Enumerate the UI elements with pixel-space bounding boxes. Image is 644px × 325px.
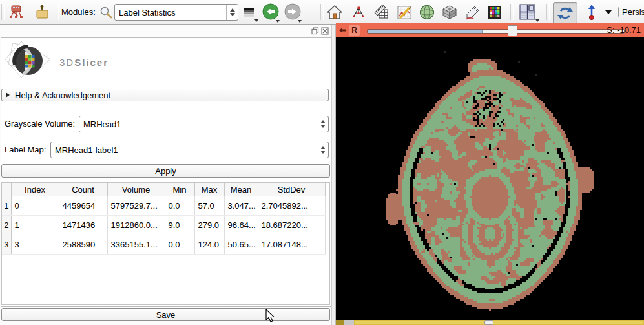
scene-views-button[interactable] xyxy=(349,3,368,22)
cell-count[interactable]: 1471436 xyxy=(59,216,107,235)
cell-stddev[interactable]: 17.087148... xyxy=(258,235,325,255)
mrml-scene-icon xyxy=(8,4,25,21)
cell-max[interactable]: 57.0 xyxy=(194,196,224,216)
yellow-slice-controller-bar xyxy=(336,320,644,325)
col-header-stddev[interactable]: StdDev xyxy=(258,183,325,196)
volumes-button[interactable] xyxy=(440,3,459,22)
measurements-button[interactable] xyxy=(372,3,391,22)
cell-mean[interactable]: 3.047... xyxy=(224,196,258,216)
volume-rendering-button[interactable] xyxy=(417,3,437,22)
panel-splitter[interactable] xyxy=(331,25,336,325)
table-header-row[interactable]: Index Count Volume Min Max Mean StdDev xyxy=(2,183,325,196)
back-icon xyxy=(262,3,280,21)
rotate-mode-button[interactable] xyxy=(553,2,577,24)
cell-min[interactable]: 0.0 xyxy=(165,235,194,255)
module-selector-value: Label Statistics xyxy=(115,8,226,17)
col-header-min[interactable]: Min xyxy=(165,183,194,196)
cell-stddev[interactable]: 2.7045892... xyxy=(258,196,325,216)
cell-max[interactable]: 124.0 xyxy=(194,235,224,255)
cell-max[interactable]: 279.0 xyxy=(194,216,224,235)
mouse-cursor xyxy=(265,309,275,323)
mrml-scene-button[interactable] xyxy=(6,3,26,22)
row-header: 1 xyxy=(2,196,11,216)
layout-selector-button[interactable] xyxy=(515,3,540,22)
module-search-icon xyxy=(99,6,112,19)
forward-button[interactable] xyxy=(283,3,302,22)
module-selector[interactable]: Label Statistics xyxy=(114,4,238,21)
rotate-mode-icon xyxy=(557,5,574,21)
apply-button[interactable]: Apply xyxy=(1,164,330,178)
editor-button[interactable] xyxy=(462,3,482,22)
cell-mean[interactable]: 50.65... xyxy=(224,235,258,255)
red-slice-view[interactable]: R S: -10.71 xyxy=(336,23,644,325)
cell-volume[interactable]: 5797529.7... xyxy=(107,196,165,216)
col-header-volume[interactable]: Volume xyxy=(107,183,165,196)
table-row[interactable]: 2 1 1471436 1912860.0... 9.0 279.0 96.64… xyxy=(2,216,325,235)
cell-volume[interactable]: 1912860.0... xyxy=(107,216,165,235)
table-row[interactable]: 1 0 4459654 5797529.7... 0.0 57.0 3.047.… xyxy=(2,196,325,216)
grayscale-volume-value: MRHead1 xyxy=(79,120,317,129)
save-data-button[interactable] xyxy=(32,3,52,22)
yellow-slider-handle[interactable] xyxy=(484,320,493,325)
chevron-down-icon xyxy=(605,10,612,14)
back-button[interactable] xyxy=(261,3,280,22)
orientation-badge[interactable]: R xyxy=(349,25,360,36)
table-row[interactable]: 3 3 2588590 3365155.1... 0.0 124.0 50.65… xyxy=(2,235,325,255)
save-data-icon xyxy=(34,4,50,21)
toolbar-grip[interactable] xyxy=(320,4,324,20)
home-button[interactable] xyxy=(325,3,344,22)
toolbar-grip[interactable] xyxy=(546,4,550,20)
cell-index[interactable]: 0 xyxy=(11,196,59,216)
col-header-count[interactable]: Count xyxy=(59,183,107,196)
module-history-icon xyxy=(242,5,257,20)
module-search-button[interactable] xyxy=(99,3,113,22)
col-header-index[interactable]: Index xyxy=(11,183,59,196)
toolbar-grip[interactable] xyxy=(510,4,514,20)
slice-offset-slider[interactable] xyxy=(367,29,625,34)
label-map-arrows[interactable] xyxy=(317,142,328,158)
module-panel: 3DSlicer Help & Acknowledgement Grayscal… xyxy=(0,25,331,325)
help-section-toggle[interactable]: Help & Acknowledgement xyxy=(1,89,329,101)
label-map-selector[interactable]: MRHead1-label1 xyxy=(50,142,329,158)
yellow-bar-badge[interactable] xyxy=(344,320,354,325)
home-icon xyxy=(326,4,343,21)
undock-panel-icon[interactable] xyxy=(311,27,319,35)
yellow-slice-slider[interactable] xyxy=(355,321,643,324)
cell-min[interactable]: 9.0 xyxy=(165,216,194,235)
toolbar-grip[interactable] xyxy=(1,4,5,20)
module-selector-arrows[interactable] xyxy=(226,5,238,20)
grayscale-volume-arrows[interactable] xyxy=(317,116,328,132)
cell-count[interactable]: 2588590 xyxy=(59,235,107,255)
col-header-mean[interactable]: Mean xyxy=(224,183,258,196)
cell-mean[interactable]: 96.64... xyxy=(224,216,258,235)
colors-button[interactable] xyxy=(485,3,504,22)
grayscale-volume-selector[interactable]: MRHead1 xyxy=(79,116,329,132)
slice-view-pin-icon[interactable] xyxy=(339,27,347,34)
help-section-label: Help & Acknowledgement xyxy=(15,90,110,100)
save-button[interactable]: Save xyxy=(1,308,330,321)
slice-slider-handle[interactable] xyxy=(508,25,517,36)
close-panel-icon[interactable] xyxy=(321,27,329,35)
persistent-checkbox[interactable] xyxy=(618,7,619,17)
slicer-logo-icon xyxy=(4,40,56,81)
scene-views-icon xyxy=(351,5,366,20)
annotations-chart-button[interactable] xyxy=(395,3,414,22)
col-header-max[interactable]: Max xyxy=(194,183,224,196)
cell-stddev[interactable]: 18.687220... xyxy=(258,216,325,235)
mouse-mode-dropdown[interactable] xyxy=(603,3,614,22)
statistics-table-frame: Index Count Volume Min Max Mean StdDev 1… xyxy=(1,182,330,305)
place-fiducial-button[interactable] xyxy=(583,3,600,22)
slicer-logo: 3DSlicer xyxy=(4,40,146,81)
cell-index[interactable]: 1 xyxy=(11,216,59,235)
cell-volume[interactable]: 3365155.1... xyxy=(107,235,165,255)
yellow-bar-corner[interactable] xyxy=(336,320,344,325)
statistics-table[interactable]: Index Count Volume Min Max Mean StdDev 1… xyxy=(2,183,326,255)
axial-slice-image[interactable] xyxy=(336,37,644,320)
module-history-button[interactable] xyxy=(240,3,258,22)
cell-min[interactable]: 0.0 xyxy=(165,196,194,216)
cell-index[interactable]: 3 xyxy=(11,235,59,255)
slice-offset-value: S: -10.71 xyxy=(607,25,641,35)
editor-icon xyxy=(464,5,481,21)
toolbar-grip[interactable] xyxy=(56,4,59,20)
cell-count[interactable]: 4459654 xyxy=(59,196,107,216)
